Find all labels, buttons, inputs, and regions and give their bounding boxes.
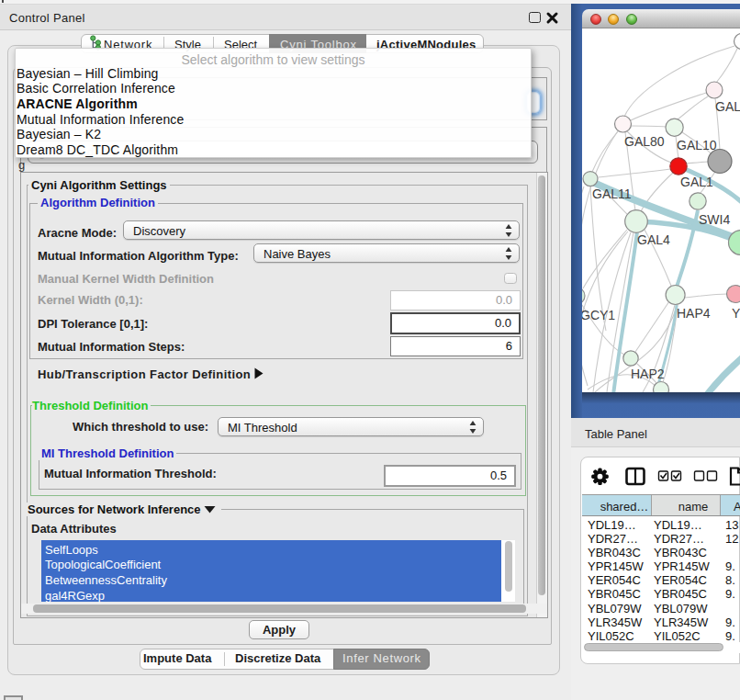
svg-text:HAP4: HAP4: [677, 306, 711, 321]
svg-text:HAP2: HAP2: [631, 367, 665, 381]
svg-text:GAL80: GAL80: [624, 134, 665, 149]
svg-text:GAL: GAL: [715, 99, 740, 114]
svg-text:SWI4: SWI4: [699, 212, 730, 227]
svg-text:Y: Y: [732, 306, 740, 321]
svg-text:GAL10: GAL10: [677, 138, 717, 152]
svg-text:GAL1: GAL1: [680, 175, 713, 189]
svg-text:GCY1: GCY1: [582, 308, 615, 322]
svg-text:GAL4: GAL4: [637, 232, 670, 247]
svg-text:GAL11: GAL11: [592, 186, 632, 201]
